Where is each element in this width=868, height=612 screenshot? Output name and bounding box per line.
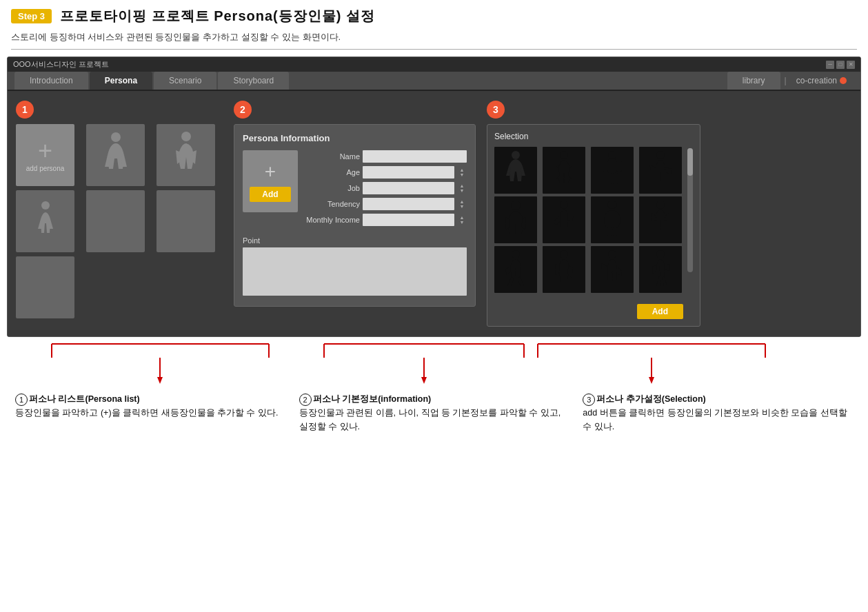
persona-grid: + add persona: [16, 124, 223, 318]
tab-bar: Introduction Persona Scenario Storyboard…: [8, 72, 860, 91]
tendency-spinner[interactable]: ▲ ▼: [457, 199, 467, 209]
selection-title: Selection: [494, 132, 693, 141]
persona-cell-2[interactable]: [157, 124, 215, 186]
svg-point-5: [608, 151, 616, 159]
svg-point-14: [607, 201, 617, 209]
page-title: 프로토타이핑 프로젝트 Persona(등장인물) 설정: [60, 7, 375, 26]
point-label: Point: [243, 236, 467, 245]
fields-section: Name Age ▲ ▼: [305, 150, 467, 229]
tab-library[interactable]: library: [727, 72, 780, 90]
tab-introduction[interactable]: Introduction: [14, 72, 88, 90]
svg-point-18: [656, 201, 665, 209]
selection-add-button[interactable]: Add: [637, 304, 683, 319]
annotation-text-2: 2퍼소나 기본정보(information) 등장인물과 관련된 이름, 나이,…: [299, 392, 569, 434]
sel-silhouette-2-icon: [550, 151, 578, 190]
sel-cell-12[interactable]: [639, 246, 682, 293]
annotation-col-1: 1퍼소나 리스트(Persona list) 등장인물을 파악하고 (+)을 클…: [8, 392, 292, 434]
svg-point-13: [560, 201, 568, 209]
field-job-label: Job: [305, 184, 360, 192]
svg-point-12: [511, 201, 521, 210]
info-add-button[interactable]: Add: [250, 187, 290, 202]
point-textarea[interactable]: [243, 247, 467, 296]
sel-cell-6[interactable]: [543, 196, 585, 243]
sel-cell-4[interactable]: [639, 147, 682, 194]
sel-silhouette-9-icon: [502, 250, 529, 289]
field-income-input[interactable]: [363, 214, 454, 226]
info-title: Persona Information: [243, 133, 467, 143]
sel-silhouette-3-icon: [598, 151, 626, 190]
sel-cell-10[interactable]: [543, 246, 585, 293]
sel-silhouette-1-icon: [502, 151, 529, 190]
add-persona-label: add persona: [26, 165, 65, 172]
age-spinner[interactable]: ▲ ▼: [457, 167, 467, 177]
sel-cell-9[interactable]: [494, 246, 537, 293]
svg-rect-10: [616, 161, 622, 172]
persona-cell-6[interactable]: [16, 256, 74, 318]
maximize-button[interactable]: □: [836, 61, 845, 69]
tab-scenario[interactable]: Scenario: [154, 72, 216, 90]
sel-silhouette-4-icon: [647, 151, 674, 190]
field-age-input[interactable]: [363, 166, 454, 178]
sel-cell-7[interactable]: [591, 196, 634, 243]
persona-cell-1[interactable]: [86, 124, 145, 186]
svg-marker-37: [649, 377, 654, 384]
field-tendency-label: Tendency: [305, 200, 360, 208]
field-age-row: Age ▲ ▼: [305, 166, 467, 178]
tab-persona[interactable]: Persona: [90, 72, 152, 90]
bracket-svg: [7, 337, 862, 392]
income-spinner[interactable]: ▲ ▼: [457, 215, 467, 225]
persona-cell-5[interactable]: [157, 190, 215, 252]
svg-point-21: [608, 250, 616, 258]
sel-cell-2[interactable]: [543, 147, 585, 194]
field-name-label: Name: [305, 152, 360, 161]
field-income-row: Monthly Income ▲ ▼: [305, 214, 467, 226]
selection-box: Selection: [487, 124, 700, 327]
info-box: Persona Information + Add Name: [234, 124, 476, 307]
sel-silhouette-10-icon: [550, 250, 578, 289]
sel-cell-5[interactable]: [494, 196, 537, 243]
sel-silhouette-5-icon: [502, 201, 529, 239]
sel-silhouette-6-icon: [550, 201, 578, 239]
svg-marker-32: [421, 377, 427, 384]
tab-storyboard[interactable]: Storyboard: [218, 72, 289, 90]
persona-cell-3[interactable]: [16, 190, 74, 252]
below-window: 1퍼소나 리스트(Persona list) 등장인물을 파악하고 (+)을 클…: [0, 337, 868, 434]
sel-cell-11[interactable]: [591, 246, 634, 293]
co-creation-label: co-creation: [796, 76, 837, 85]
co-creation-dot: [840, 77, 847, 84]
info-top: + Add Name Age: [243, 150, 467, 229]
selection-grid: [494, 147, 685, 293]
job-spinner[interactable]: ▲ ▼: [457, 183, 467, 193]
sel-cell-1[interactable]: [494, 147, 537, 194]
field-income-label: Monthly Income: [305, 216, 360, 224]
svg-point-20: [560, 250, 568, 258]
section2-badge: 2: [234, 101, 252, 119]
sel-cell-3[interactable]: [591, 147, 634, 194]
svg-marker-27: [157, 377, 163, 384]
field-job-input[interactable]: [363, 182, 454, 194]
field-tendency-row: Tendency ▲ ▼: [305, 198, 467, 210]
field-name-input[interactable]: [363, 150, 467, 163]
field-tendency-input[interactable]: [363, 198, 454, 210]
annotation-col-3: 3퍼소나 추가설정(Selection) add 버튼을 클릭하면 등장인물의 …: [576, 392, 860, 434]
sel-cell-8[interactable]: [639, 196, 682, 243]
selection-scrollbar[interactable]: [687, 147, 693, 298]
close-button[interactable]: ✕: [847, 61, 855, 69]
sel-silhouette-11-icon: [598, 250, 626, 289]
persona-cell-4[interactable]: [86, 190, 145, 252]
svg-point-15: [604, 210, 620, 229]
avatar-box: + Add: [243, 150, 298, 212]
svg-rect-7: [607, 173, 612, 184]
add-persona-cell[interactable]: + add persona: [16, 124, 74, 186]
annotation-text-3: 3퍼소나 추가설정(Selection) add 버튼을 클릭하면 등장인물의 …: [583, 392, 853, 434]
avatar-plus-icon: +: [265, 161, 276, 183]
svg-point-4: [560, 151, 568, 159]
page-header: Step 3 프로토타이핑 프로젝트 Persona(등장인물) 설정: [0, 0, 868, 30]
app-window: OOO서비스디자인 프로젝트 ─ □ ✕ Introduction Person…: [7, 57, 861, 337]
section3-badge: 3: [487, 101, 505, 119]
minimize-button[interactable]: ─: [826, 61, 834, 69]
tab-co-creation[interactable]: co-creation: [789, 72, 854, 90]
section1-badge: 1: [16, 101, 34, 119]
annotation-columns: 1퍼소나 리스트(Persona list) 등장인물을 파악하고 (+)을 클…: [0, 392, 868, 434]
selection-panel: 3 Selection: [487, 101, 700, 327]
